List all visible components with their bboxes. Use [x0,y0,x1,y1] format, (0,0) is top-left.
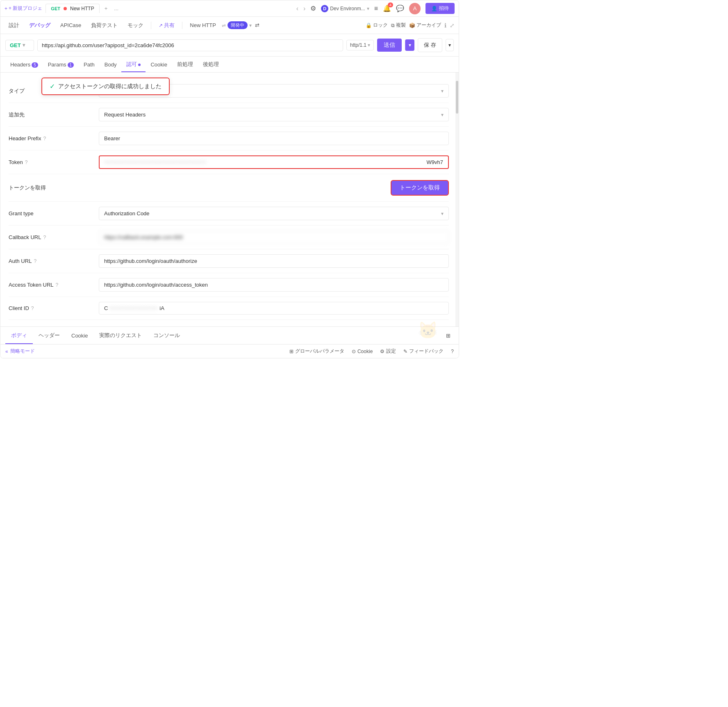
url-input[interactable] [37,39,343,51]
tab-path[interactable]: Path [79,57,100,72]
nav-back-btn[interactable]: ‹ [296,5,298,12]
tab-apicase[interactable]: APICase [56,21,85,30]
grant-type-label: Grant type [9,210,99,217]
share-btn[interactable]: ↗ 共有 [155,20,179,31]
tab-debug[interactable]: デバッグ [25,20,55,31]
notification-btn[interactable]: 🔔 4 [383,5,391,12]
save-button[interactable]: 保 存 [418,38,442,52]
tab-mock[interactable]: モック [123,20,148,31]
client-id-end: iA [159,305,164,311]
get-token-button[interactable]: トークンを取得 [391,180,449,196]
callback-url-input[interactable] [99,230,449,244]
method-badge: GET [51,6,60,11]
hamburger-icon[interactable]: ≡ [374,5,378,12]
http-version-select[interactable]: http/1.1 ▾ [346,40,374,50]
send-dropdown-button[interactable]: ▾ [405,39,414,51]
auth-url-help-icon[interactable]: ? [34,258,36,264]
invite-button[interactable]: 👤 招待 [425,3,455,14]
grid-icon[interactable]: ⊞ [443,329,454,342]
tab-postprocess[interactable]: 後処理 [198,57,224,72]
type-chevron-icon: ▾ [441,88,444,94]
header-prefix-input[interactable] [99,132,449,145]
chevron-left-icon: « [5,349,8,354]
header-prefix-field [99,132,449,145]
client-id-masked: •••••••••••••••••• [109,305,158,311]
share-icon: ↗ [159,23,163,28]
copy-icon: ⧉ [391,23,395,28]
cookie-icon: ⊙ [352,349,356,354]
help-footer-icon[interactable]: ? [451,349,454,354]
http-chevron-icon: ▾ [368,42,370,48]
client-id-start: C [104,305,108,311]
copy-btn[interactable]: ⧉ 複製 [391,22,406,29]
tab-preprocess[interactable]: 前処理 [172,57,198,72]
archive-btn[interactable]: 📦 アーカイブ [409,22,441,29]
settings-icon[interactable]: ⚙ [310,5,316,12]
bottom-tab-console[interactable]: コンソール [148,327,186,344]
tab-auth[interactable]: 認可 [121,57,146,72]
send-button[interactable]: 送信 [377,39,402,52]
addto-dropdown[interactable]: Request Headers ▾ [99,108,449,121]
tab-headers[interactable]: Headers5 [5,57,43,72]
env-select[interactable]: D Dev Environm... ▾ [321,5,369,12]
grant-type-field: Authorization Code ▾ [99,207,449,220]
bottom-tab-actual-request[interactable]: 実際のリクエスト [93,327,148,344]
settings-footer-icon: ⚙ [380,349,384,354]
dev-badge[interactable]: 開発中 [228,21,248,29]
access-token-url-help-icon[interactable]: ? [56,282,59,288]
addto-chevron-icon: ▾ [441,112,444,118]
header-prefix-label: Header Prefix ? [9,135,99,141]
tab-plus-btn[interactable]: + [103,5,109,11]
person-icon: 👤 [431,6,437,11]
export-icon[interactable]: ⇄ [255,22,259,28]
tab-params[interactable]: Params1 [43,57,79,72]
cookie-btn[interactable]: ⊙ Cookie [352,349,373,354]
client-id-label: Client ID ? [9,305,99,311]
split-icon: ⇌ [222,23,226,28]
tab-cookie[interactable]: Cookie [146,57,172,72]
header-prefix-help-icon[interactable]: ? [43,136,46,141]
token-label: Token ? [9,159,99,165]
tab-new-http[interactable]: New HTTP [186,21,220,30]
message-icon[interactable]: 💬 [396,5,404,12]
grant-type-dropdown[interactable]: Authorization Code ▾ [99,207,449,220]
lock-icon: 🔒 [366,23,372,28]
method-select[interactable]: GET ▾ [5,40,34,51]
tab-loadtest[interactable]: 負荷テスト [87,20,122,31]
global-params-icon: ⊞ [289,349,293,354]
info-icon[interactable]: ℹ [444,22,446,29]
bottom-tab-header[interactable]: ヘッダー [33,327,66,344]
method-chevron-icon: ▾ [23,42,25,48]
bottom-tab-body[interactable]: ボディ [5,327,33,344]
tab-more-btn[interactable]: ... [112,5,120,11]
callback-url-help-icon[interactable]: ? [43,235,46,240]
avatar: A [409,3,421,14]
active-tab[interactable]: GET New HTTP [46,4,99,13]
success-toast: ✓ アクセストークンの取得に成功しました [41,78,170,95]
feedback-btn[interactable]: ✎ フィードバック [403,348,444,355]
token-help-icon[interactable]: ? [25,160,28,165]
token-end: W9vh7 [427,159,443,165]
callback-url-field [99,230,449,244]
settings-footer-btn[interactable]: ⚙ 設定 [380,348,396,355]
auth-url-field [99,254,449,268]
simple-mode-btn[interactable]: « 簡略モード [5,348,35,355]
get-token-label: トークンを取得 [9,184,99,192]
bottom-tab-cookie[interactable]: Cookie [66,328,93,344]
new-project-btn[interactable]: + + 新規プロジェ [5,5,42,12]
access-token-url-field [99,278,449,292]
tab-design[interactable]: 設計 [5,20,23,31]
auth-url-label: Auth URL ? [9,258,99,264]
expand-icon[interactable]: ⤢ [450,22,455,29]
tab-body[interactable]: Body [100,57,122,72]
question-icon: ? [451,349,454,354]
lock-btn[interactable]: 🔒 ロック [366,22,388,29]
global-params-btn[interactable]: ⊞ グローバルパラメータ [289,348,344,355]
access-token-url-input[interactable] [99,278,449,292]
client-id-help-icon[interactable]: ? [31,306,34,311]
nav-forward-btn[interactable]: › [303,5,305,12]
plus-icon: + [5,6,7,11]
save-dropdown-button[interactable]: ▾ [446,39,454,51]
auth-url-input[interactable] [99,254,449,268]
chevron-dev-icon[interactable]: ▾ [249,23,252,28]
